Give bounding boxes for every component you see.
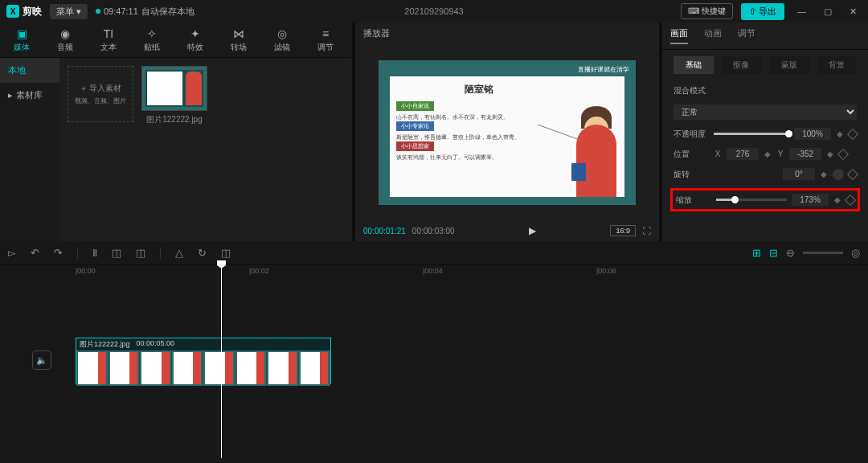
preview-viewport[interactable]: 直播好课就在清学 陋室铭 小小自家说 山不在高，有仙则名。水不在深，有龙则灵。 …: [355, 44, 659, 220]
rp-tab-anim[interactable]: 动画: [704, 27, 722, 44]
media-grid: ＋ 导入素材 视频、音频、图片 图片122222.jpg: [59, 58, 352, 241]
zoom-fit-button[interactable]: ◎: [851, 247, 860, 259]
time-current: 00:00:01:21: [363, 227, 406, 236]
zoom-slider[interactable]: [803, 252, 843, 254]
maximize-button[interactable]: ▢: [819, 6, 837, 17]
transition-icon: ⋈: [233, 27, 244, 40]
tab-sticker[interactable]: ✧贴纸: [130, 23, 174, 57]
delete-left-button[interactable]: ◫: [112, 247, 121, 259]
rp-sub-cutout[interactable]: 抠像: [722, 56, 762, 74]
menu-button[interactable]: 菜单 ▾: [50, 4, 88, 19]
aspect-ratio-button[interactable]: 16:9: [610, 225, 636, 236]
tab-audio[interactable]: ◉音频: [43, 23, 87, 57]
link-button[interactable]: ⊟: [769, 247, 778, 259]
sidenav-library[interactable]: ▸ 素材库: [0, 83, 59, 108]
opacity-slider[interactable]: [714, 133, 789, 135]
media-sidenav: 本地 ▸ 素材库: [0, 58, 59, 241]
filter-icon: ◎: [277, 27, 287, 40]
preview-controls: 00:00:01:21 00:00:03:00 ▶ 16:9 ⛶: [355, 220, 659, 241]
clip-name: 图片122222.jpg: [80, 339, 130, 350]
tab-adjust[interactable]: ≡调节: [304, 23, 347, 57]
media-thumbnail: [141, 66, 207, 111]
effect-icon: ✦: [190, 27, 200, 40]
redo-button[interactable]: ↷: [54, 247, 63, 259]
opacity-keyframe-button[interactable]: [847, 128, 858, 139]
rp-sub-mask[interactable]: 蒙版: [769, 56, 809, 74]
rp-tab-canvas[interactable]: 画面: [670, 27, 688, 44]
playhead[interactable]: [221, 265, 222, 458]
scale-keyframe-button[interactable]: [845, 194, 856, 205]
rotate-keyframe-button[interactable]: [847, 168, 858, 179]
tab-effect[interactable]: ✦特效: [174, 23, 217, 57]
preview-frame: 直播好课就在清学 陋室铭 小小自家说 山不在高，有仙则名。水不在深，有龙则灵。 …: [379, 60, 636, 205]
chevron-down-icon: ▾: [76, 6, 81, 17]
crop-button[interactable]: ◫: [221, 247, 231, 259]
timeline-ruler[interactable]: |00:00 |00:02 |00:04 |00:06: [0, 265, 868, 281]
preview-header: 播放器: [355, 23, 659, 44]
rp-sub-bg[interactable]: 背景: [817, 56, 858, 74]
audio-icon: ◉: [60, 27, 70, 40]
rotate-dial[interactable]: [833, 169, 844, 180]
selection-tool[interactable]: ▻: [8, 247, 16, 259]
position-y-input[interactable]: -352: [789, 148, 821, 160]
tab-filter[interactable]: ◎滤镜: [260, 23, 304, 57]
time-total: 00:00:03:00: [412, 227, 455, 236]
undo-button[interactable]: ↶: [31, 247, 39, 259]
position-label: 位置: [674, 149, 709, 160]
fullscreen-button[interactable]: ⛶: [642, 226, 651, 236]
export-button[interactable]: ⇧导出: [741, 3, 784, 20]
clip-thumbnails: [76, 350, 330, 386]
opacity-label: 不透明度: [674, 129, 709, 140]
import-button[interactable]: ＋ 导入素材 视频、音频、图片: [68, 66, 133, 122]
position-keyframe-button[interactable]: [837, 148, 849, 159]
rp-sub-basic[interactable]: 基础: [674, 56, 714, 74]
media-item[interactable]: 图片122222.jpg: [141, 66, 207, 125]
timeline-toolbar: ▻ ↶ ↷ Ⅱ ◫ ◫ △ ↻ ◫ ⊞ ⊟ ⊖ ◎: [0, 241, 868, 265]
blend-mode-select[interactable]: 正常: [674, 104, 857, 120]
split-button[interactable]: Ⅱ: [92, 247, 97, 259]
play-button[interactable]: ▶: [529, 225, 536, 236]
logo-icon: X: [6, 5, 19, 18]
project-title: 202109290943: [404, 6, 463, 16]
opacity-stepper[interactable]: ◆: [836, 129, 844, 138]
adjust-icon: ≡: [322, 27, 329, 40]
media-icon: ▣: [17, 27, 27, 40]
delete-right-button[interactable]: ◫: [136, 247, 145, 259]
timeline-panel: ▻ ↶ ↷ Ⅱ ◫ ◫ △ ↻ ◫ ⊞ ⊟ ⊖ ◎ |00:00 |00:02 …: [0, 241, 868, 463]
magnet-button[interactable]: ⊞: [752, 247, 761, 259]
scale-value[interactable]: 173%: [792, 194, 829, 206]
app-name: 剪映: [23, 5, 42, 18]
rotate-input[interactable]: 0°: [783, 168, 815, 180]
close-button[interactable]: ✕: [845, 6, 862, 17]
status-dot-icon: [96, 9, 100, 14]
position-x-input[interactable]: 276: [727, 148, 759, 160]
scale-slider[interactable]: [716, 199, 787, 201]
shortcuts-button[interactable]: ⌨ 快捷键: [681, 3, 733, 19]
scale-row-highlight: 缩放 173% ◆: [670, 188, 860, 211]
zoom-out-button[interactable]: ⊖: [786, 247, 795, 259]
rotate-label: 旋转: [674, 169, 709, 180]
sidenav-local[interactable]: 本地: [0, 58, 59, 83]
minimize-button[interactable]: —: [792, 6, 811, 16]
track-mute-button[interactable]: 🔈: [32, 350, 51, 370]
media-panel: ▣媒体 ◉音频 TI文本 ✧贴纸 ✦特效 ⋈转场 ◎滤镜 ≡调节 本地 ▸ 素材…: [0, 23, 352, 241]
properties-panel: 画面 动画 调节 基础 抠像 蒙版 背景 混合模式 正常 不透明度 100% ◆…: [662, 23, 868, 241]
reverse-button[interactable]: ↻: [198, 247, 207, 259]
clip-duration: 00:00:05:00: [137, 339, 175, 350]
media-filename: 图片122222.jpg: [141, 114, 207, 125]
scale-stepper[interactable]: ◆: [833, 195, 841, 204]
app-logo: X 剪映: [6, 5, 42, 18]
blend-mode-label: 混合模式: [674, 85, 857, 96]
tab-text[interactable]: TI文本: [87, 23, 130, 57]
timeline-clip[interactable]: 图片122222.jpg 00:00:05:00: [76, 338, 331, 384]
sticker-icon: ✧: [147, 27, 157, 40]
tab-transition[interactable]: ⋈转场: [217, 23, 260, 57]
opacity-value[interactable]: 100%: [794, 128, 831, 140]
text-icon: TI: [104, 27, 113, 40]
title-bar: X 剪映 菜单 ▾ 09:47:11 自动保存本地 202109290943 ⌨…: [0, 0, 868, 23]
export-icon: ⇧: [749, 6, 756, 17]
freeze-button[interactable]: △: [175, 247, 183, 259]
autosave-status: 09:47:11 自动保存本地: [96, 6, 194, 18]
tab-media[interactable]: ▣媒体: [0, 23, 43, 57]
rp-tab-adjust[interactable]: 调节: [738, 27, 755, 44]
